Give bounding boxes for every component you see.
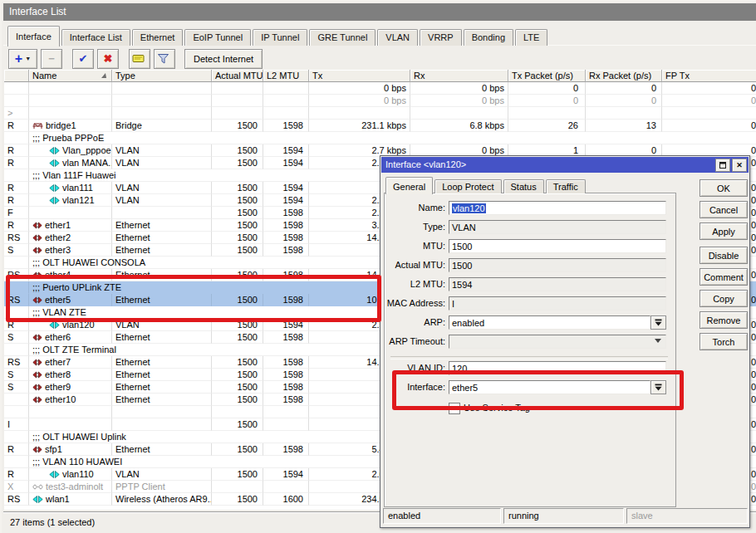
tab-eoip-tunnel[interactable]: EoIP Tunnel [184,29,251,46]
tab-bonding[interactable]: Bonding [464,29,513,46]
status-running: running [503,508,624,524]
table-row-bridge1[interactable]: Rbridge1Bridge15001598231.1 kbps6.8 kbps… [4,120,756,132]
dialog-title: Interface <vlan120> [385,159,466,169]
arp-dropdown-button[interactable] [650,315,666,330]
name-cell: ether8 [29,369,112,381]
use-service-tag-checkbox[interactable] [449,403,460,414]
remove-button[interactable]: Remove [700,311,748,329]
maximize-button[interactable] [715,159,730,172]
name-cell: ether2 [29,232,112,244]
type-cell: PPTP Client [112,481,212,493]
flag-cell: S [4,244,29,257]
l2-mtu-cell: 1594 [263,157,309,169]
l2-mtu-cell: 1598 [263,443,309,456]
cancel-button[interactable]: Cancel [700,201,748,218]
enable-button[interactable]: ✔ [72,49,94,69]
name-cell: Vlan_pppoe [29,144,112,157]
actual-mtu-cell: 1500 [212,120,263,132]
item-count: 27 items (1 selected) [10,517,95,527]
type-cell [112,107,212,120]
column-header-name[interactable]: Name [29,70,112,82]
type-cell: Ethernet [112,381,212,394]
flag-cell: RS [4,294,29,306]
comment-button[interactable] [129,49,150,69]
column-header-type[interactable]: Type [112,70,212,82]
disable-button[interactable]: ✖ [97,49,119,69]
dialog-tab-traffic[interactable]: Traffic [546,179,586,193]
dialog-tab-status[interactable]: Status [503,179,544,193]
main-window-titlebar[interactable]: Interface List [3,3,756,21]
dialog-tab-general[interactable]: General [385,177,433,194]
arp-select[interactable]: enabled [449,315,650,330]
column-header-fp-tx[interactable]: FP Tx [662,70,756,82]
detect-internet-button[interactable]: Detect Internet [184,49,263,69]
type-cell: Ethernet [112,331,212,344]
name-field[interactable]: vlan120 [449,201,666,215]
tab-vrrp[interactable]: VRRP [420,29,462,46]
flag-cell: R [4,443,29,456]
type-cell: Ethernet [112,356,212,369]
vlan-icon [49,321,60,329]
table-row-comment-prueba-pppoe[interactable]: ;;; Prueba PPPoE [4,132,756,144]
flag-cell: I [4,418,29,431]
interface-dropdown-button[interactable] [650,380,666,394]
mtu-field[interactable]: 1500 [449,239,666,253]
name-cell: ether5 [29,294,112,306]
tab-ethernet[interactable]: Ethernet [132,29,184,46]
tab-ip-tunnel[interactable]: IP Tunnel [253,29,307,46]
mac-address-field[interactable]: I [449,296,666,311]
actual-mtu-cell: 1500 [212,144,263,157]
close-icon[interactable]: ✕ [732,159,747,172]
actual-mtu-cell: 1500 [212,207,263,219]
column-header-rx-packet-p-s[interactable]: Rx Packet (p/s) [586,70,662,82]
tab-gre-tunnel[interactable]: GRE Tunnel [309,29,376,46]
comment-button[interactable]: Comment [700,268,748,286]
type-cell: VLAN [112,157,212,169]
interface-select[interactable]: ether5 [449,380,650,394]
tab-interface-list[interactable]: Interface List [61,29,130,46]
column-header-actual-mtu[interactable]: Actual MTU [212,70,263,82]
filter-button[interactable] [154,49,175,69]
flag-cell [4,132,29,144]
column-header-rx[interactable]: Rx [410,70,508,82]
ok-button[interactable]: OK [700,179,748,197]
vlan-id-field[interactable]: 120 [449,361,666,375]
l2-mtu-label: L2 MTU: [385,277,445,291]
mac-address-label: MAC Address: [385,296,445,311]
dialog-tab-loop-protect[interactable]: Loop Protect [434,179,501,193]
tab-interface[interactable]: Interface [7,26,60,46]
add-button[interactable]: + ▼ [8,49,37,69]
tx-cell: 0 bps [309,82,410,95]
rx-cell [410,107,508,120]
type-cell: Bridge [112,120,212,132]
dialog-titlebar[interactable]: Interface <vlan120> [381,157,749,173]
tx-packet-cell: 0 [508,82,586,95]
ethernet-icon [32,234,42,242]
column-header-l2-mtu[interactable]: L2 MTU [263,70,309,82]
fp-tx-cell: 0 [662,120,756,132]
check-icon: ✔ [79,52,88,65]
actual-mtu-label: Actual MTU: [385,258,445,272]
table-row-blank[interactable]: 0 bps0 bps000 [4,82,756,95]
type-cell: Ethernet [112,294,212,306]
disable-button[interactable]: Disable [700,247,748,264]
bridge-icon [32,122,43,130]
table-row-blank[interactable]: > [4,107,756,120]
l2-mtu-cell: 1594 [263,319,309,331]
flag-cell [4,95,29,107]
column-header-tx-packet-p-s[interactable]: Tx Packet (p/s) [508,70,586,82]
torch-button[interactable]: Torch [700,333,748,350]
ethernet-icon [32,334,42,341]
actual-mtu-cell: 1500 [212,219,263,232]
column-header-blank[interactable] [4,70,29,82]
type-field: VLAN [449,220,666,234]
column-header-tx[interactable]: Tx [309,70,410,82]
tab-lte[interactable]: LTE [515,29,547,46]
table-row-blank[interactable]: 0 bps0 bps000 [4,95,756,107]
remove-button[interactable]: − [41,49,62,69]
copy-button[interactable]: Copy [700,290,748,307]
apply-button[interactable]: Apply [700,222,748,240]
tab-vlan[interactable]: VLAN [377,29,418,46]
tx-packet-cell: 26 [508,120,586,132]
l2-mtu-cell: 1594 [263,182,309,194]
